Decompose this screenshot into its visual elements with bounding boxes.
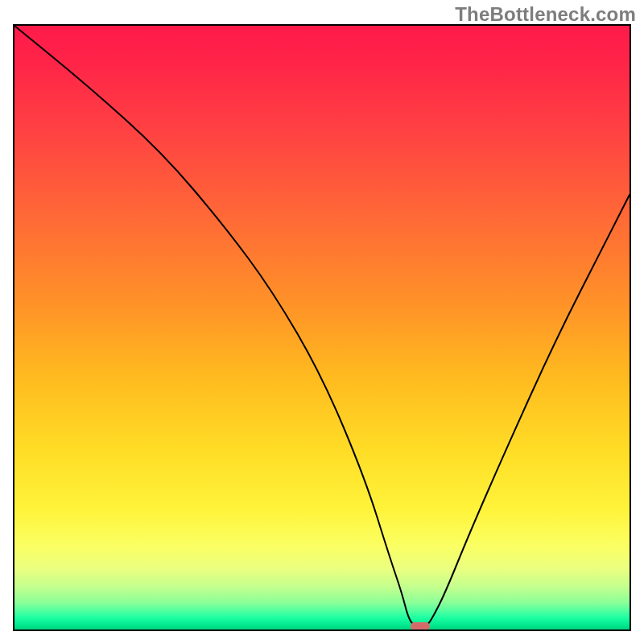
bottleneck-chart [13,24,631,631]
ideal-point-marker [411,622,430,630]
watermark-text: TheBottleneck.com [455,3,636,26]
bottleneck-curve-svg [14,26,630,630]
bottleneck-curve-path [14,26,630,626]
